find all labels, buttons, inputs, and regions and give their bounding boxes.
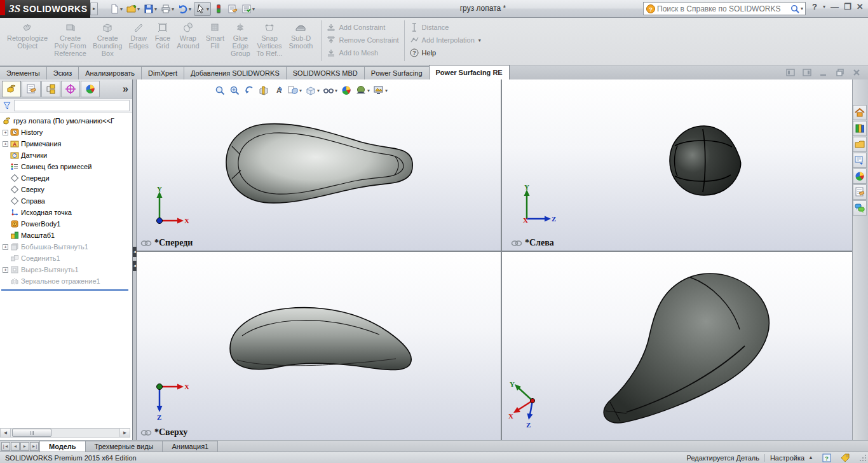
undo-button[interactable]: ▾ [177, 3, 193, 15]
tab-power-surfacing-re[interactable]: Power Surfacing RE [429, 65, 510, 79]
options-button[interactable]: ▾ [240, 3, 256, 15]
draw-edges-button[interactable]: Draw Edges [125, 20, 151, 51]
tags-icon[interactable] [840, 453, 850, 463]
viewport-top[interactable]: X Z *Сверху [137, 252, 502, 440]
expand-icon[interactable]: + [3, 130, 8, 135]
taskpane-file-explorer-button[interactable] [853, 137, 867, 152]
select-tool-button[interactable]: ▾ [194, 2, 211, 16]
tree-root-part[interactable]: груз лопата (По умолчанию<<Г [0, 115, 132, 127]
save-button[interactable]: ▾ [142, 3, 158, 15]
tree-item-origin[interactable]: Исходная точка [0, 207, 132, 218]
add-interpolation-button[interactable]: Add Interpolation▾ [407, 35, 484, 45]
doc-minimize-icon[interactable] [818, 67, 829, 78]
tree-item-history[interactable]: + History [0, 127, 132, 138]
subd-smooth-button[interactable]: Sub-D Smooth [286, 20, 316, 51]
file-properties-button[interactable] [226, 3, 239, 15]
model-front-view[interactable] [137, 79, 501, 251]
search-input[interactable] [656, 4, 790, 14]
model-trimetric-view[interactable] [502, 252, 852, 440]
create-bounding-box-button[interactable]: Create Bounding Box [90, 20, 126, 59]
taskpane-design-library-button[interactable] [853, 121, 867, 136]
tab-power-surfacing[interactable]: Power Surfacing [364, 66, 430, 79]
create-poly-from-reference-button[interactable]: Create Poly From Reference [51, 20, 90, 59]
tab-addins[interactable]: Добавления SOLIDWORKS [184, 66, 287, 79]
taskpane-home-button[interactable] [853, 105, 867, 120]
face-grid-button[interactable]: Face Grid [152, 20, 173, 51]
tab-model[interactable]: Модель [39, 441, 86, 452]
pane-left-toggle-icon[interactable] [785, 67, 796, 78]
tree-horizontal-scrollbar[interactable]: ◄ ► [0, 428, 130, 438]
expand-icon[interactable]: + [3, 244, 8, 250]
expand-icon[interactable]: + [3, 267, 8, 273]
tree-item-cut-extrude[interactable]: + Вырез-Вытянуть1 [0, 264, 132, 275]
tab-dimxpert[interactable]: DimXpert [141, 66, 184, 79]
expand-icon[interactable]: + [3, 141, 8, 147]
snap-vertices-button[interactable]: Snap Vertices To Ref... [254, 20, 286, 59]
panel-overflow-chevron[interactable]: » [123, 83, 128, 95]
configurationmanager-tab[interactable] [41, 81, 60, 97]
displaymanager-tab[interactable] [81, 81, 100, 97]
model-top-view[interactable] [137, 252, 501, 439]
glue-edge-group-button[interactable]: Glue Edge Group [227, 20, 254, 59]
customize-menu[interactable]: Настройка [770, 454, 804, 462]
taskpane-custom-properties-button[interactable] [853, 184, 867, 200]
tab-evaluate[interactable]: Анализировать [78, 66, 142, 79]
tree-item-sensors[interactable]: Датчики [0, 149, 132, 161]
dimxpertmanager-tab[interactable] [61, 81, 80, 97]
doc-close-icon[interactable] [851, 67, 862, 78]
wrap-around-button[interactable]: Wrap Around [173, 20, 202, 51]
retopologize-object-button[interactable]: Retopologize Object [4, 20, 51, 51]
tree-item-mirror[interactable]: Зеркальное отражение1 [0, 275, 132, 287]
first-tab-button[interactable]: |◄ [1, 442, 10, 451]
help-button[interactable]: ? Help [407, 48, 484, 58]
scroll-left-button[interactable]: ◄ [1, 429, 11, 437]
resize-grip-icon[interactable] [859, 454, 867, 462]
tree-item-top-plane[interactable]: Сверху [0, 184, 132, 195]
add-to-mesh-button[interactable]: Add to Mesh [324, 48, 401, 58]
tree-item-powerbody[interactable]: PowerBody1 [0, 218, 132, 230]
search-dropdown-icon[interactable]: ▾ [801, 6, 803, 11]
tree-item-boss-extrude[interactable]: + Бобышка-Вытянуть1 [0, 241, 132, 252]
taskpane-appearances-button[interactable] [853, 169, 867, 184]
taskpane-view-palette-button[interactable] [853, 153, 867, 168]
help-dropdown-icon[interactable]: ▾ [823, 4, 825, 10]
taskpane-forum-button[interactable] [853, 200, 867, 216]
help-search-box[interactable]: ? ▾ [643, 2, 806, 15]
tree-filter-input[interactable] [14, 100, 130, 111]
tree-item-annotations[interactable]: + A Примечания [0, 138, 132, 149]
rollback-bar[interactable] [1, 289, 128, 291]
remove-constraint-button[interactable]: Remove Constraint [324, 35, 401, 45]
scroll-right-button[interactable]: ► [119, 429, 130, 437]
prev-tab-button[interactable]: ◄ [11, 442, 20, 451]
restore-button[interactable]: ❐ [844, 2, 851, 11]
new-document-button[interactable]: ▾ [108, 3, 124, 15]
viewport-left[interactable]: Y Z X *Слева [502, 79, 852, 252]
smart-fill-button[interactable]: Smart Fill [203, 20, 227, 51]
tab-mbd[interactable]: SOLIDWORKS MBD [286, 66, 365, 79]
featuremanager-tab[interactable] [2, 81, 21, 97]
viewport-trimetric[interactable]: Y X Z [502, 252, 852, 440]
scroll-thumb[interactable] [12, 429, 51, 437]
tree-item-scale[interactable]: Масштаб1 [0, 230, 132, 241]
last-tab-button[interactable]: ►| [30, 442, 39, 451]
tab-animation1[interactable]: Анимация1 [162, 441, 218, 452]
customize-arrow-icon[interactable]: ▲ [808, 455, 813, 460]
tab-3d-views[interactable]: Трехмерные виды [85, 441, 163, 452]
pane-right-toggle-icon[interactable] [802, 67, 812, 78]
minimize-button[interactable]: — [831, 2, 839, 11]
filter-funnel-icon[interactable] [3, 101, 11, 110]
propertymanager-tab[interactable] [22, 81, 41, 97]
distance-button[interactable]: Distance [407, 22, 484, 32]
search-magnifier-icon[interactable] [790, 4, 800, 14]
logo-flyout-arrow-icon[interactable]: ▸ [90, 3, 98, 15]
tree-item-join[interactable]: Соединить1 [0, 252, 132, 264]
tree-item-front-plane[interactable]: Спереди [0, 172, 132, 184]
print-button[interactable]: ▾ [159, 3, 175, 15]
next-tab-button[interactable]: ► [20, 442, 29, 451]
tree-item-material[interactable]: Свинец без примесей [0, 161, 132, 172]
open-button[interactable]: ▾ [125, 3, 141, 15]
interference-check-button[interactable] [212, 3, 225, 15]
close-button[interactable]: ✕ [857, 2, 864, 11]
quick-tips-icon[interactable]: ? [822, 453, 831, 462]
tab-sketch[interactable]: Эскиз [46, 66, 79, 79]
